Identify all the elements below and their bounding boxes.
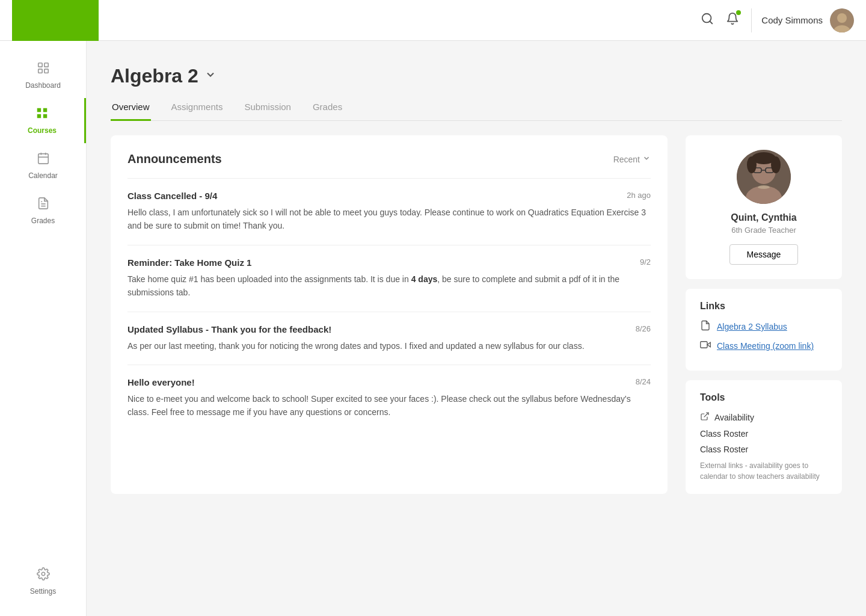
- recent-filter-label: Recent: [613, 155, 640, 164]
- svg-point-25: [758, 185, 770, 189]
- sidebar-item-dashboard-label: Dashboard: [25, 81, 61, 90]
- search-icon[interactable]: [701, 12, 714, 28]
- tab-assignments-label: Assignments: [171, 102, 223, 112]
- announcement-item: Reminder: Take Home Quiz 1 9/2 Take home…: [127, 245, 651, 312]
- logo: [12, 0, 99, 41]
- announcement-body-bold: 4 days: [411, 274, 438, 284]
- recent-filter-chevron: [642, 154, 651, 164]
- svg-point-23: [747, 156, 757, 173]
- sidebar: Dashboard Courses: [0, 41, 87, 616]
- announcement-item: Hello everyone! 8/24 Nice to e-meet you …: [127, 365, 651, 431]
- announcement-date: 9/2: [640, 257, 651, 268]
- tab-submission[interactable]: Submission: [243, 97, 292, 121]
- announcement-body: Take home quiz #1 has been uploaded into…: [127, 273, 651, 300]
- course-title-text: Algebra 2: [111, 65, 198, 87]
- tab-assignments[interactable]: Assignments: [170, 97, 224, 121]
- sidebar-bottom: Settings: [0, 559, 86, 616]
- content-area: Algebra 2 Overview Assignments: [87, 41, 866, 616]
- main-content: Announcements Recent: [111, 135, 842, 494]
- notifications-icon[interactable]: [726, 12, 739, 28]
- svg-rect-9: [38, 154, 48, 164]
- announcement-title: Updated Syllabus - Thank you for the fee…: [127, 324, 331, 334]
- sidebar-item-grades-label: Grades: [31, 217, 55, 225]
- right-panel: Quint, Cynthia 6th Grade Teacher Message…: [686, 135, 842, 494]
- links-card: Links Algebra 2 Syllabus: [686, 289, 842, 371]
- grades-icon: [37, 197, 50, 213]
- dashboard-icon: [37, 61, 50, 78]
- svg-rect-8: [44, 69, 48, 73]
- tab-overview[interactable]: Overview: [111, 97, 151, 121]
- announcement-date: 8/26: [636, 324, 651, 334]
- calendar-icon: [37, 152, 50, 168]
- link-item-zoom[interactable]: Class Meeting (zoom link): [700, 339, 828, 353]
- message-button[interactable]: Message: [729, 244, 799, 265]
- tab-submission-label: Submission: [244, 102, 291, 112]
- sidebar-item-dashboard[interactable]: Dashboard: [0, 53, 86, 98]
- svg-rect-27: [701, 342, 707, 348]
- links-title: Links: [700, 301, 828, 312]
- teacher-card: Quint, Cynthia 6th Grade Teacher Message: [686, 135, 842, 279]
- announcement-title: Hello everyone!: [127, 377, 195, 387]
- announcement-body: Nice to e-meet you and welcome back to s…: [127, 392, 651, 419]
- tool-class-roster-2-label: Class Roster: [700, 445, 748, 454]
- user-name: Cody Simmons: [761, 15, 823, 25]
- settings-icon: [37, 567, 50, 584]
- link-zoom-label: Class Meeting (zoom link): [717, 341, 814, 351]
- announcement-body: Hello class, I am unfortunately sick so …: [127, 206, 651, 233]
- tools-note: External links - availability goes to ca…: [700, 460, 828, 482]
- link-syllabus-label: Algebra 2 Syllabus: [717, 322, 787, 331]
- teacher-role: 6th Grade Teacher: [700, 226, 828, 235]
- teacher-avatar: [737, 150, 791, 204]
- announcements-panel: Announcements Recent: [111, 135, 668, 494]
- svg-point-15: [41, 572, 45, 576]
- sidebar-item-calendar[interactable]: Calendar: [0, 143, 86, 188]
- recent-filter-button[interactable]: Recent: [613, 154, 651, 164]
- user-avatar[interactable]: [830, 8, 854, 32]
- page-header: Algebra 2 Overview Assignments: [111, 65, 842, 121]
- tool-availability-label: Availability: [714, 413, 754, 422]
- announcement-date: 2h ago: [627, 191, 651, 201]
- tools-title: Tools: [700, 392, 828, 403]
- announcement-header: Class Cancelled - 9/4 2h ago: [127, 191, 651, 201]
- sidebar-item-courses-label: Courses: [28, 126, 57, 135]
- document-icon: [700, 320, 711, 333]
- tool-class-roster-1-label: Class Roster: [700, 429, 748, 439]
- main-layout: Dashboard Courses: [0, 41, 866, 616]
- top-bar: Cody Simmons: [0, 0, 866, 41]
- svg-rect-5: [38, 63, 41, 67]
- tab-grades-label: Grades: [313, 102, 342, 112]
- announcement-date: 8/24: [636, 377, 651, 387]
- external-link-icon: [700, 411, 710, 423]
- user-info: Cody Simmons: [751, 8, 854, 32]
- sidebar-item-settings[interactable]: Settings: [0, 559, 86, 604]
- course-dropdown-icon[interactable]: [204, 69, 216, 84]
- link-item-syllabus[interactable]: Algebra 2 Syllabus: [700, 320, 828, 333]
- announcement-title: Reminder: Take Home Quiz 1: [127, 257, 251, 268]
- tool-item-availability[interactable]: Availability: [700, 411, 828, 423]
- sidebar-item-courses[interactable]: Courses: [0, 98, 86, 143]
- svg-marker-26: [707, 342, 710, 347]
- course-title: Algebra 2: [111, 65, 842, 87]
- svg-line-28: [704, 413, 708, 417]
- tab-overview-label: Overview: [112, 102, 150, 112]
- sidebar-item-grades[interactable]: Grades: [0, 188, 86, 233]
- announcement-header: Updated Syllabus - Thank you for the fee…: [127, 324, 651, 334]
- top-bar-right: Cody Simmons: [701, 8, 854, 32]
- announcement-title: Class Cancelled - 9/4: [127, 191, 217, 201]
- svg-point-3: [837, 13, 847, 23]
- teacher-name: Quint, Cynthia: [700, 212, 828, 223]
- tool-item-class-roster-2[interactable]: Class Roster: [700, 445, 828, 454]
- tool-item-class-roster-1[interactable]: Class Roster: [700, 429, 828, 439]
- courses-icon: [35, 106, 49, 123]
- tab-grades[interactable]: Grades: [312, 97, 343, 121]
- tools-card: Tools Availability: [686, 380, 842, 494]
- svg-rect-6: [44, 63, 48, 67]
- course-tabs: Overview Assignments Submission Grades: [111, 97, 842, 121]
- announcement-header: Hello everyone! 8/24: [127, 377, 651, 387]
- svg-line-1: [710, 21, 713, 23]
- svg-point-24: [771, 156, 781, 173]
- announcements-title: Announcements: [127, 152, 222, 166]
- announcement-header: Reminder: Take Home Quiz 1 9/2: [127, 257, 651, 268]
- svg-rect-7: [38, 69, 41, 73]
- sidebar-item-settings-label: Settings: [30, 587, 56, 596]
